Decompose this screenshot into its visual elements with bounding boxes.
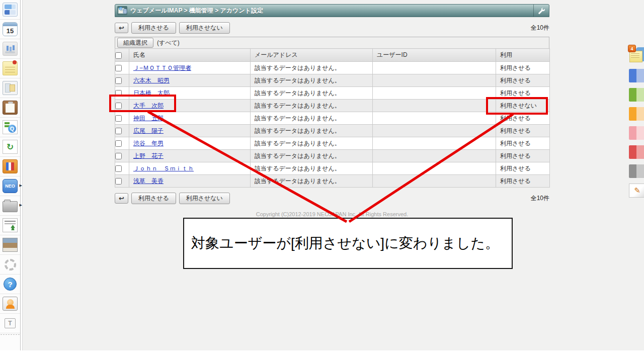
rail-item-edit-pencil[interactable]: ✎ bbox=[629, 184, 644, 198]
rail-item-sticky-gray[interactable] bbox=[629, 164, 644, 178]
money-mail-icon bbox=[3, 218, 18, 232]
row-checkbox[interactable] bbox=[115, 165, 122, 172]
row-checkbox[interactable] bbox=[115, 128, 122, 134]
userid-cell bbox=[373, 100, 496, 112]
rail-item-sticky-pink[interactable] bbox=[629, 126, 644, 140]
back-button[interactable]: ↩ bbox=[115, 193, 128, 204]
email-status-cell: 該当するデータはありません。 bbox=[251, 62, 373, 74]
sidebar-item-folder[interactable]: ▶ bbox=[0, 196, 20, 216]
row-checkbox[interactable] bbox=[115, 65, 122, 71]
sidebar-item-calendar[interactable]: 15 bbox=[0, 20, 20, 39]
email-status-cell: 該当するデータはありません。 bbox=[251, 162, 373, 175]
email-status-cell: 該当するデータはありません。 bbox=[251, 150, 373, 162]
organization-select-button[interactable]: 組織選択 bbox=[117, 38, 153, 48]
sidebar-item-settings-gear[interactable] bbox=[0, 255, 20, 275]
row-checkbox[interactable] bbox=[115, 140, 122, 147]
deny-use-button[interactable]: 利用させない bbox=[179, 22, 230, 33]
userid-cell bbox=[373, 112, 496, 125]
sidebar-item-help[interactable]: ? bbox=[0, 275, 20, 294]
sidebar-item-circulation[interactable]: ↻ bbox=[0, 137, 20, 157]
sidebar-item-meeting[interactable] bbox=[0, 39, 20, 59]
organization-scope-label: (すべて) bbox=[157, 39, 180, 47]
user-name-link[interactable]: 上野 花子 bbox=[133, 152, 164, 159]
rail-item-sticky-red[interactable] bbox=[629, 145, 644, 159]
rail-item-sticky-green[interactable] bbox=[629, 88, 644, 102]
row-checkbox[interactable] bbox=[115, 115, 122, 122]
settings-wrench-button[interactable] bbox=[533, 5, 549, 17]
user-name-link[interactable]: Ｊ−ＭＯＴＴＯ管理者 bbox=[133, 64, 191, 71]
user-name-link[interactable]: 渋谷 年男 bbox=[133, 140, 164, 147]
sidebar-item-cabinet[interactable] bbox=[0, 78, 20, 98]
user-row: 大手 次郎該当するデータはありません。利用させない bbox=[115, 100, 550, 112]
row-checkbox[interactable] bbox=[115, 153, 122, 159]
help-icon: ? bbox=[4, 278, 17, 291]
usage-status-cell: 利用させる bbox=[496, 74, 550, 87]
sidebar-item-neo[interactable]: NEO▶ bbox=[0, 176, 20, 196]
sidebar-item-document-search[interactable]: Q bbox=[0, 118, 20, 137]
user-row: 広尾 陽子該当するデータはありません。利用させる bbox=[115, 125, 550, 137]
memo-icon bbox=[3, 61, 18, 75]
settings-gear-icon bbox=[3, 257, 18, 272]
user-row: Ｊ−ＭＯＴＴＯ管理者該当するデータはありません。利用させる bbox=[115, 62, 550, 74]
wrench-icon bbox=[538, 7, 545, 15]
user-name-link[interactable]: 浅草 美香 bbox=[133, 177, 164, 185]
sidebar-item-support[interactable] bbox=[0, 294, 20, 314]
annotation-callout-text: 対象ユーザーが[利用させない]に変わりました。 bbox=[184, 234, 499, 253]
user-name-link[interactable]: 大手 次郎 bbox=[133, 102, 164, 109]
user-name-link[interactable]: 六本木 昭男 bbox=[133, 77, 170, 84]
email-status-cell: 該当するデータはありません。 bbox=[251, 74, 373, 87]
sidebar-item-banner[interactable] bbox=[0, 235, 20, 255]
row-checkbox[interactable] bbox=[115, 77, 122, 84]
sidebar-item-clipboard[interactable] bbox=[0, 98, 20, 118]
user-row: 上野 花子該当するデータはありません。利用させる bbox=[115, 150, 550, 162]
allow-use-button[interactable]: 利用させる bbox=[131, 193, 176, 204]
sidebar-item-portal[interactable] bbox=[0, 0, 20, 20]
user-row: 六本木 昭男該当するデータはありません。利用させる bbox=[115, 74, 550, 87]
email-status-cell: 該当するデータはありません。 bbox=[251, 100, 373, 112]
total-count-label: 全10件 bbox=[531, 24, 549, 32]
sidebar-item-money-mail[interactable] bbox=[0, 216, 20, 235]
col-header-userid: ユーザーID bbox=[373, 49, 496, 62]
user-row: 浅草 美香該当するデータはありません。利用させる bbox=[115, 175, 550, 188]
sidebar-item-text-tool[interactable]: T bbox=[0, 314, 20, 333]
email-status-cell: 該当するデータはありません。 bbox=[251, 137, 373, 150]
userid-cell bbox=[373, 175, 496, 188]
rail-item-sticky-orange[interactable] bbox=[629, 107, 644, 121]
sidebar-divider-line bbox=[22, 0, 23, 350]
user-name-link[interactable]: 広尾 陽子 bbox=[133, 127, 164, 134]
row-checkbox[interactable] bbox=[115, 178, 122, 185]
sidebar-item-binders[interactable] bbox=[0, 157, 20, 176]
userid-cell bbox=[373, 87, 496, 100]
rail-item-memo-notification[interactable]: 4 bbox=[629, 47, 644, 63]
back-button[interactable]: ↩ bbox=[115, 23, 128, 34]
rail-item-sticky-blue[interactable] bbox=[629, 69, 644, 82]
user-row: 神田 五郎該当するデータはありません。利用させる bbox=[115, 112, 550, 125]
user-name-link[interactable]: 神田 五郎 bbox=[133, 115, 164, 122]
back-arrow-icon: ↩ bbox=[119, 24, 124, 32]
user-name-link[interactable]: Ｊｏｈｎ Ｓｍｉｔｈ bbox=[133, 165, 194, 172]
col-header-email: メールアドレス bbox=[251, 49, 373, 62]
flyout-arrow-icon[interactable]: ▶ bbox=[20, 184, 22, 188]
user-account-table: 氏名 メールアドレス ユーザーID 利用 Ｊ−ＭＯＴＴＯ管理者該当するデータはあ… bbox=[115, 48, 550, 188]
user-row: 日本橋 太郎該当するデータはありません。利用させる bbox=[115, 87, 550, 100]
flyout-arrow-icon[interactable]: ▶ bbox=[20, 203, 22, 207]
text-tool-icon: T bbox=[5, 318, 16, 328]
allow-use-button[interactable]: 利用させる bbox=[131, 22, 176, 33]
sidebar-item-memo[interactable] bbox=[0, 59, 20, 78]
annotation-callout-box: 対象ユーザーが[利用させない]に変わりました。 bbox=[183, 218, 513, 269]
svg-text:@: @ bbox=[119, 7, 122, 10]
row-checkbox[interactable] bbox=[115, 90, 122, 97]
table-header-row: 氏名 メールアドレス ユーザーID 利用 bbox=[115, 49, 550, 62]
pencil-icon: ✎ bbox=[629, 184, 644, 198]
email-status-cell: 該当するデータはありません。 bbox=[251, 112, 373, 125]
select-all-checkbox[interactable] bbox=[115, 52, 122, 59]
clipboard-icon bbox=[3, 101, 18, 115]
email-status-cell: 該当するデータはありません。 bbox=[251, 175, 373, 188]
deny-use-button[interactable]: 利用させない bbox=[179, 193, 230, 204]
notification-badge: 4 bbox=[628, 45, 636, 52]
row-checkbox[interactable] bbox=[115, 103, 122, 109]
sticky-pink-icon bbox=[629, 126, 644, 140]
back-arrow-icon: ↩ bbox=[119, 195, 124, 202]
webmail-imap-icon: @ bbox=[117, 6, 127, 15]
user-name-link[interactable]: 日本橋 太郎 bbox=[133, 89, 170, 97]
